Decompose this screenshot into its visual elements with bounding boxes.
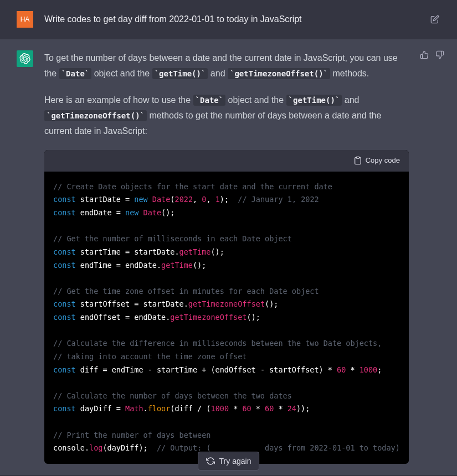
code-content: // Create Date objects for the start dat… bbox=[44, 172, 409, 464]
thumbs-up-button[interactable] bbox=[420, 50, 430, 60]
ai-avatar bbox=[17, 50, 33, 67]
code-date: `Date` bbox=[59, 68, 92, 79]
user-prompt-text: Write codes to get day diff from 2022-01… bbox=[44, 14, 418, 24]
code-date: `Date` bbox=[193, 95, 226, 106]
feedback-buttons bbox=[420, 50, 445, 464]
code-gettimezone: `getTimezoneOffset()` bbox=[44, 110, 147, 121]
ai-response-content: To get the number of days between a date… bbox=[44, 50, 409, 464]
user-avatar: HA bbox=[17, 11, 33, 28]
try-again-button[interactable]: Try again bbox=[198, 452, 260, 470]
thumbs-up-icon bbox=[420, 50, 429, 59]
code-gettimezone: `getTimezoneOffset()` bbox=[228, 68, 330, 79]
clipboard-icon bbox=[353, 156, 362, 165]
ai-message-row: To get the number of days between a date… bbox=[0, 39, 457, 475]
code-gettime: `getTime()` bbox=[152, 68, 208, 79]
code-block: Copy code // Create Date objects for the… bbox=[44, 150, 409, 464]
edit-button[interactable] bbox=[429, 14, 440, 25]
edit-icon bbox=[430, 15, 439, 24]
code-gettime: `getTime()` bbox=[286, 95, 342, 106]
response-paragraph-1: To get the number of days between a date… bbox=[44, 50, 409, 81]
thumbs-down-icon bbox=[435, 50, 444, 59]
try-again-label: Try again bbox=[219, 457, 251, 465]
user-message-row: HA Write codes to get day diff from 2022… bbox=[0, 0, 457, 39]
thumbs-down-button[interactable] bbox=[435, 50, 445, 60]
copy-code-label: Copy code bbox=[366, 154, 400, 167]
copy-code-button[interactable]: Copy code bbox=[353, 154, 400, 167]
openai-icon bbox=[19, 53, 30, 64]
svg-rect-0 bbox=[356, 157, 359, 159]
response-paragraph-2: Here is an example of how to use the `Da… bbox=[44, 92, 409, 139]
code-header: Copy code bbox=[44, 150, 409, 172]
refresh-icon bbox=[206, 457, 215, 465]
